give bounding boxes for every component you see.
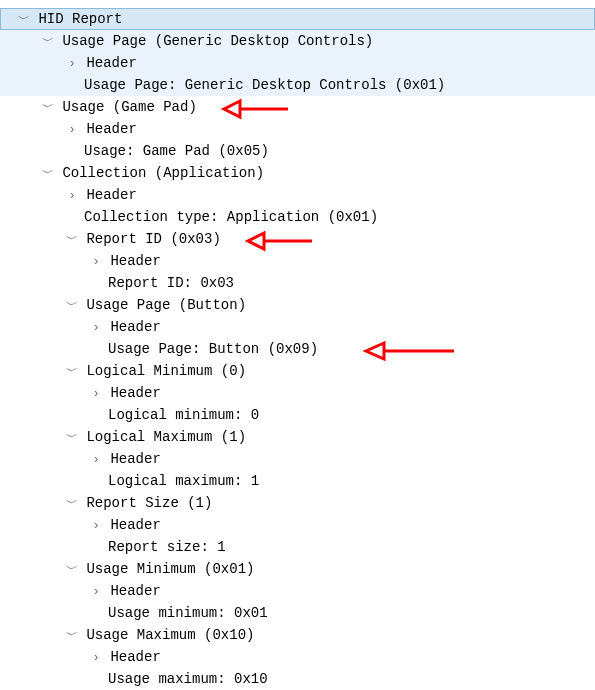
- tree-item-label: Usage (Game Pad): [62, 96, 196, 118]
- caret-right-icon[interactable]: ›: [66, 119, 78, 141]
- tree-leaf[interactable]: Collection type: Application (0x01): [0, 206, 595, 228]
- tree-item-label: Header: [110, 646, 160, 668]
- caret-right-icon[interactable]: ›: [90, 383, 102, 405]
- caret-down-icon[interactable]: ﹀: [66, 229, 78, 251]
- tree-item-label: Collection type: Application (0x01): [84, 206, 378, 228]
- tree-leaf[interactable]: Usage minimum: 0x01: [0, 602, 595, 624]
- tree-item-label: Header: [110, 514, 160, 536]
- tree-item-header[interactable]: › Header: [0, 118, 595, 140]
- tree-item-label: HID Report: [38, 8, 122, 30]
- tree-item-usage-minimum[interactable]: ﹀ Usage Minimum (0x01): [0, 558, 595, 580]
- tree-leaf[interactable]: Report size: 1: [0, 536, 595, 558]
- tree-item-logical-minimum[interactable]: ﹀ Logical Minimum (0): [0, 360, 595, 382]
- caret-down-icon[interactable]: ﹀: [42, 163, 54, 185]
- tree-item-header[interactable]: › Header: [0, 448, 595, 470]
- tree-item-label: Logical Maximum (1): [86, 426, 246, 448]
- tree-item-label: Header: [110, 382, 160, 404]
- tree-item-label: Usage maximum: 0x10: [108, 668, 268, 690]
- tree-leaf[interactable]: Usage Page: Button (0x09): [0, 338, 595, 360]
- truncated-row: [0, 0, 595, 8]
- tree-item-label: Logical minimum: 0: [108, 404, 259, 426]
- tree-item-label: Usage: Game Pad (0x05): [84, 140, 269, 162]
- tree-item-label: Header: [110, 580, 160, 602]
- tree-leaf[interactable]: Usage maximum: 0x10: [0, 668, 595, 690]
- tree-leaf[interactable]: Usage: Game Pad (0x05): [0, 140, 595, 162]
- caret-right-icon[interactable]: ›: [66, 53, 78, 75]
- caret-down-icon[interactable]: ﹀: [42, 97, 54, 119]
- caret-down-icon[interactable]: ﹀: [18, 9, 30, 31]
- tree-item-label: Report ID (0x03): [86, 228, 220, 250]
- caret-right-icon[interactable]: ›: [90, 449, 102, 471]
- caret-down-icon[interactable]: ﹀: [66, 493, 78, 515]
- tree-leaf[interactable]: Report ID: 0x03: [0, 272, 595, 294]
- caret-right-icon[interactable]: ›: [66, 185, 78, 207]
- caret-down-icon[interactable]: ﹀: [66, 427, 78, 449]
- tree-item-usage-gamepad[interactable]: ﹀ Usage (Game Pad): [0, 96, 595, 118]
- tree-item-header[interactable]: › Header: [0, 316, 595, 338]
- tree-item-label: Usage Maximum (0x10): [86, 624, 254, 646]
- caret-down-icon[interactable]: ﹀: [66, 361, 78, 383]
- tree-item-label: Header: [110, 316, 160, 338]
- caret-right-icon[interactable]: ›: [90, 515, 102, 537]
- tree-item-hid-report[interactable]: ﹀ HID Report: [0, 8, 595, 30]
- caret-down-icon[interactable]: ﹀: [66, 295, 78, 317]
- tree-item-header[interactable]: › Header: [0, 646, 595, 668]
- tree-leaf[interactable]: Logical maximum: 1: [0, 470, 595, 492]
- tree-item-usage-maximum[interactable]: ﹀ Usage Maximum (0x10): [0, 624, 595, 646]
- tree-item-label: Collection (Application): [62, 162, 264, 184]
- tree-item-report-size[interactable]: ﹀ Report Size (1): [0, 492, 595, 514]
- tree-view: ﹀ HID Report ﹀ Usage Page (Generic Deskt…: [0, 0, 595, 690]
- tree-item-label: Logical maximum: 1: [108, 470, 259, 492]
- tree-item-label: Usage minimum: 0x01: [108, 602, 268, 624]
- tree-item-collection-application[interactable]: ﹀ Collection (Application): [0, 162, 595, 184]
- tree-item-label: Usage Page (Generic Desktop Controls): [62, 30, 373, 52]
- tree-item-header[interactable]: › Header: [0, 184, 595, 206]
- tree-item-report-id[interactable]: ﹀ Report ID (0x03): [0, 228, 595, 250]
- caret-down-icon[interactable]: ﹀: [42, 31, 54, 53]
- caret-right-icon[interactable]: ›: [90, 317, 102, 339]
- tree-item-label: Report size: 1: [108, 536, 226, 558]
- tree-leaf[interactable]: Logical minimum: 0: [0, 404, 595, 426]
- tree-item-label: Header: [86, 52, 136, 74]
- tree-leaf[interactable]: Usage Page: Generic Desktop Controls (0x…: [0, 74, 595, 96]
- tree-item-header[interactable]: › Header: [0, 250, 595, 272]
- tree-item-label: Report Size (1): [86, 492, 212, 514]
- tree-item-label: Header: [86, 118, 136, 140]
- tree-item-label: Header: [110, 250, 160, 272]
- tree-item-label: Usage Minimum (0x01): [86, 558, 254, 580]
- tree-item-usage-page-button[interactable]: ﹀ Usage Page (Button): [0, 294, 595, 316]
- tree-item-usage-page-gdc[interactable]: ﹀ Usage Page (Generic Desktop Controls): [0, 30, 595, 52]
- caret-right-icon[interactable]: ›: [90, 581, 102, 603]
- tree-item-label: Logical Minimum (0): [86, 360, 246, 382]
- tree-item-label: Header: [86, 184, 136, 206]
- caret-right-icon[interactable]: ›: [90, 647, 102, 669]
- tree-item-header[interactable]: › Header: [0, 580, 595, 602]
- tree-item-label: Header: [110, 448, 160, 470]
- tree-item-label: Usage Page: Generic Desktop Controls (0x…: [84, 74, 445, 96]
- tree-item-label: Usage Page: Button (0x09): [108, 338, 318, 360]
- tree-item-header[interactable]: › Header: [0, 382, 595, 404]
- caret-down-icon[interactable]: ﹀: [66, 559, 78, 581]
- caret-down-icon[interactable]: ﹀: [66, 625, 78, 647]
- tree-item-header[interactable]: › Header: [0, 514, 595, 536]
- caret-right-icon[interactable]: ›: [90, 251, 102, 273]
- tree-item-logical-maximum[interactable]: ﹀ Logical Maximum (1): [0, 426, 595, 448]
- tree-item-label: Report ID: 0x03: [108, 272, 234, 294]
- tree-item-header[interactable]: › Header: [0, 52, 595, 74]
- tree-item-label: Usage Page (Button): [86, 294, 246, 316]
